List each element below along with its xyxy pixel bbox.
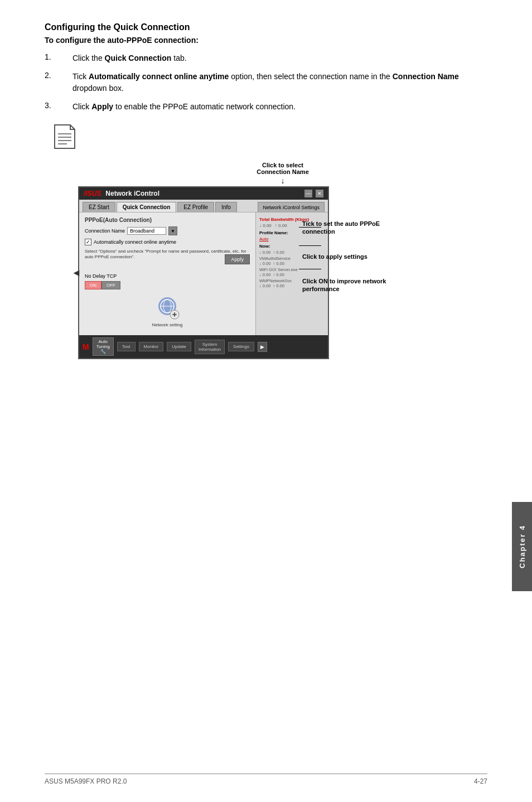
network-icon-area: Network setting xyxy=(85,295,250,327)
minimize-button[interactable]: — xyxy=(304,190,312,197)
step-2-text: Tick Automatically connect online anytim… xyxy=(72,71,487,94)
chapter-sidebar: Chapter 4 xyxy=(512,502,532,591)
note-text: Select "Options" and uncheck "Prompt for… xyxy=(85,249,250,269)
nic-titlebar-left: /ISUS Network iControl xyxy=(84,190,159,197)
asus-logo: /ISUS xyxy=(84,190,101,197)
update-button[interactable]: Update xyxy=(167,342,191,351)
footer-right: 4-27 xyxy=(474,777,487,785)
footer-left: ASUS M5A99FX PRO R2.0 xyxy=(45,777,127,785)
ann-line-2 xyxy=(299,245,321,246)
nic-body: ◄ PPPoE(Auto Connection) Connection Name… xyxy=(79,212,328,335)
step-3-num: 3. xyxy=(45,101,72,113)
tick-annotation: Tick to set the auto PPPoE connection xyxy=(302,220,414,236)
tool-button[interactable]: Tool xyxy=(117,342,136,351)
note-icon xyxy=(50,123,78,151)
asus-m-icon: M xyxy=(83,342,89,351)
network-setting-label: Network setting xyxy=(85,322,250,327)
steps-list: 1. Click the Quick Connection tab. 2. Ti… xyxy=(45,52,487,113)
step-3: 3. Click Apply to enable the PPPoE autom… xyxy=(45,101,487,113)
nic-titlebar: /ISUS Network iControl — ✕ xyxy=(79,187,328,200)
step-1-num: 1. xyxy=(45,52,72,64)
right-annotations: Tick to set the auto PPPoE connection Cl… xyxy=(302,220,414,310)
apply-button[interactable]: Apply xyxy=(225,254,250,264)
page-footer: ASUS M5A99FX PRO R2.0 4-27 xyxy=(45,774,487,785)
upload-val: ↑ 0.00 xyxy=(275,223,287,228)
close-button[interactable]: ✕ xyxy=(316,190,323,197)
on-off-buttons: ON OFF xyxy=(85,281,250,289)
svg-point-11 xyxy=(173,313,176,316)
step-3-text: Click Apply to enable the PPPoE automati… xyxy=(72,101,296,113)
tab-nic-settings[interactable]: Network iControl Settings xyxy=(258,202,325,212)
network-icon xyxy=(153,295,181,320)
diagram-label: Click to selectConnection Name xyxy=(78,162,487,175)
conn-name-row: Connection Name ▼ xyxy=(85,226,250,235)
step-1: 1. Click the Quick Connection tab. xyxy=(45,52,487,64)
nic-title: Network iControl xyxy=(105,190,159,197)
auto-tuning-button[interactable]: AutoTuning🔧 xyxy=(93,337,114,356)
conn-name-label: Connection Name xyxy=(85,228,125,234)
auto-connect-row: ✓ Automatically connect online anytime xyxy=(85,239,250,245)
apply-annotation: Click to apply settings xyxy=(302,253,414,260)
tab-ez-profile[interactable]: EZ Profile xyxy=(177,202,214,212)
tab-ez-start[interactable]: EZ Start xyxy=(83,202,115,212)
chapter-label: Chapter 4 xyxy=(518,525,526,568)
auto-connect-checkbox[interactable]: ✓ xyxy=(85,239,91,245)
section-subtitle: To configure the auto-PPPoE connection: xyxy=(45,36,487,45)
auto-connect-label: Automatically connect online anytime xyxy=(94,239,176,245)
monitor-button[interactable]: Monitor xyxy=(139,342,164,351)
step-2-num: 2. xyxy=(45,71,72,94)
diagram-container: Click to selectConnection Name ↓ /ISUS N… xyxy=(45,162,487,359)
no-delay-label: No Delay TCP xyxy=(85,273,250,279)
on-button[interactable]: ON xyxy=(85,281,101,289)
ann-line-1 xyxy=(299,227,321,228)
step-1-text: Click the Quick Connection tab. xyxy=(72,52,187,64)
nav-arrow-button[interactable]: ▶ xyxy=(258,342,267,352)
tab-quick-connection[interactable]: Quick Connection xyxy=(117,202,177,212)
nic-window: /ISUS Network iControl — ✕ EZ Start Quic… xyxy=(78,186,329,359)
conn-dropdown-button[interactable]: ▼ xyxy=(168,226,177,235)
section-title: Configuring the Quick Connection xyxy=(45,22,487,32)
step-2: 2. Tick Automatically connect online any… xyxy=(45,71,487,94)
ann-line-3 xyxy=(299,269,321,269)
system-info-button[interactable]: SystemInformation xyxy=(195,340,225,354)
nic-titlebar-controls[interactable]: — ✕ xyxy=(304,190,323,197)
nic-main: PPPoE(Auto Connection) Connection Name ▼… xyxy=(79,212,255,335)
on-annotation: Click ON to improve network performance xyxy=(302,277,414,293)
left-arrow-icon: ◄ xyxy=(71,267,81,279)
off-button[interactable]: OFF xyxy=(101,281,120,289)
nic-tabs: EZ Start Quick Connection EZ Profile Inf… xyxy=(79,200,328,212)
conn-name-input[interactable] xyxy=(127,227,166,235)
tab-info[interactable]: Info xyxy=(215,202,237,212)
settings-button[interactable]: Settings xyxy=(228,342,254,351)
download-val: ↓ 0.00 xyxy=(259,223,272,228)
nic-bottombar: M AutoTuning🔧 Tool Monitor Update System… xyxy=(79,335,328,358)
pppoe-title: PPPoE(Auto Connection) xyxy=(85,217,250,223)
